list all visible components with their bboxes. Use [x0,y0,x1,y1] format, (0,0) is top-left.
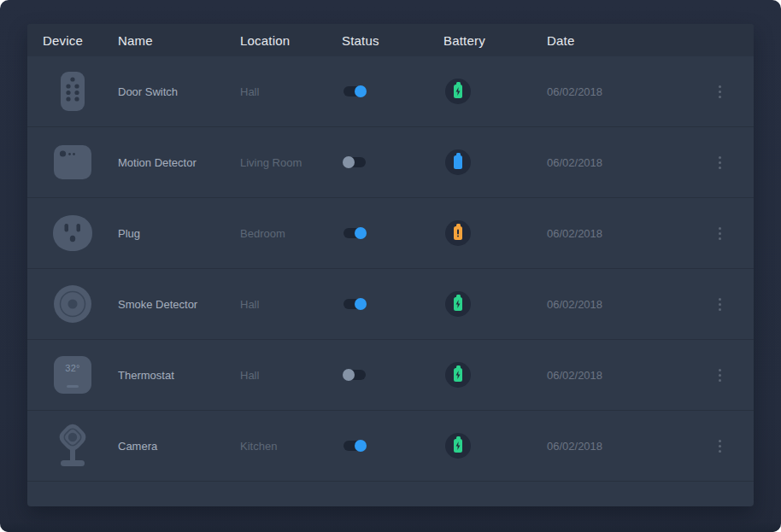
row-menu-button[interactable] [715,436,725,456]
column-header-device: Device [27,33,118,48]
table-row: 32° Thermostat Hall [27,340,754,411]
column-header-battery: Battery [443,33,547,48]
device-location: Hall [240,85,342,98]
battery-badge [445,433,471,459]
device-date: 06/02/2018 [547,298,684,311]
row-menu-button[interactable] [715,82,725,102]
battery-badge [445,79,471,104]
battery-icon [454,368,462,382]
device-name: Camera [118,440,240,453]
charging-bolt-icon [455,87,461,96]
row-menu-button[interactable] [715,365,725,385]
device-name: Smoke Detector [118,298,240,311]
camera-icon [53,423,92,469]
battery-badge [445,362,471,388]
battery-icon [454,155,462,169]
device-name: Door Switch [118,85,240,98]
thermostat-reading: 32° [65,363,80,373]
status-toggle[interactable] [344,370,366,380]
motion-sensor-icon [54,145,91,179]
device-date: 06/02/2018 [547,369,684,382]
status-toggle[interactable] [344,86,366,96]
battery-badge [445,291,471,317]
device-date: 06/02/2018 [547,227,684,240]
toggle-knob [355,85,367,97]
toggle-knob [355,440,367,452]
battery-icon [454,439,462,453]
device-location: Hall [240,369,342,382]
toggle-knob [343,369,355,381]
table-row: Door Switch Hall 06/02/2018 [27,56,754,127]
device-location: Hall [240,298,342,311]
window-bottom-shadow [0,522,781,532]
plug-icon [53,215,92,251]
device-location: Bedroom [240,227,342,240]
device-name: Motion Detector [118,156,240,169]
device-name: Thermostat [118,369,240,382]
device-date: 06/02/2018 [547,440,684,453]
battery-badge [445,220,471,246]
battery-alert-icon [457,230,459,237]
toggle-knob [343,156,355,168]
device-date: 06/02/2018 [547,85,684,98]
column-header-name: Name [118,33,240,48]
table-row: Smoke Detector Hall 06/02/2018 [27,269,754,340]
table-header: Device Name Location Status Battery Date [27,24,754,56]
device-date: 06/02/2018 [547,156,684,169]
charging-bolt-icon [455,371,461,379]
remote-icon [61,72,85,111]
battery-icon [454,226,462,240]
row-menu-button[interactable] [715,153,725,172]
thermostat-icon: 32° [54,356,91,394]
column-header-location: Location [240,33,342,48]
column-header-date: Date [547,33,684,48]
charging-bolt-icon [455,441,461,450]
battery-icon [454,85,462,98]
status-toggle[interactable] [344,228,366,238]
row-menu-button[interactable] [715,224,725,243]
device-location: Living Room [240,156,342,169]
device-name: Plug [118,227,240,240]
toggle-knob [355,227,367,239]
smart-home-app-window: Device Name Location Status Battery Date [0,0,781,532]
table-row: Camera Kitchen 06/02/2018 [27,411,754,482]
status-toggle[interactable] [344,299,366,309]
status-toggle[interactable] [344,157,366,167]
table-row: Motion Detector Living Room 06/02/2018 [27,127,754,198]
battery-badge [445,149,471,175]
row-menu-button[interactable] [715,295,725,314]
smoke-detector-icon [54,285,91,323]
battery-icon [454,297,462,311]
device-location: Kitchen [240,440,342,453]
toggle-knob [355,298,367,310]
charging-bolt-icon [455,300,461,308]
column-header-status: Status [342,33,443,48]
status-toggle[interactable] [344,441,366,451]
devices-table: Device Name Location Status Battery Date [27,24,754,506]
table-row: Plug Bedroom 06/02/2018 [27,198,754,269]
table-body: Door Switch Hall 06/02/2018 [27,56,754,482]
